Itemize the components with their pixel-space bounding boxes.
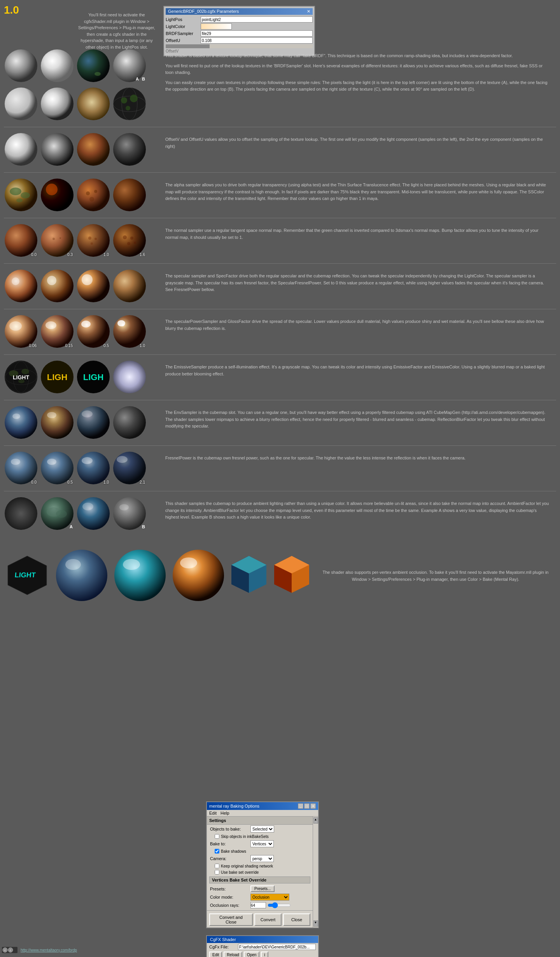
open-button[interactable]: Open	[244, 952, 259, 957]
svg-point-99	[114, 550, 166, 601]
sphere-ambient-1	[4, 496, 38, 531]
spheres-env	[4, 405, 159, 440]
bake-to-label: Bake to:	[210, 841, 249, 846]
svg-point-48	[77, 270, 110, 302]
object-teal-sphere	[113, 548, 167, 604]
sphere-alpha-1	[4, 178, 38, 212]
menu-edit[interactable]: Edit	[209, 811, 217, 815]
mr-scrollbar[interactable]: ▲ ▼	[313, 817, 318, 927]
spheres-specular-power: 0.06	[4, 314, 159, 349]
svg-point-79	[5, 452, 37, 484]
cgfx-panel-close[interactable]: ✕	[307, 9, 310, 14]
sphere-alpha-4	[112, 178, 147, 212]
sphere-spec-2	[40, 269, 74, 303]
normal-label-2: 0.3	[67, 252, 73, 257]
skip-label: Skip objects in inkBakeSets	[221, 834, 269, 839]
svg-point-77	[82, 410, 93, 417]
svg-point-21	[10, 188, 21, 195]
reload-button[interactable]: Reload	[224, 952, 242, 957]
sphere-ambient-4: B	[112, 496, 147, 531]
minimize-button[interactable]: _	[298, 803, 303, 809]
maximize-button[interactable]: □	[304, 803, 310, 809]
svg-point-27	[86, 191, 90, 195]
large-objects-caption: The shader also supports per-vertex ambi…	[315, 565, 556, 587]
svg-point-14	[130, 95, 138, 102]
lightcolor-swatch[interactable]	[201, 23, 232, 30]
sphere-2	[40, 49, 74, 83]
svg-point-72	[5, 406, 37, 439]
section-fresnel: 0.0 0.5	[0, 449, 560, 487]
svg-point-49	[82, 274, 93, 285]
bake-to-select[interactable]: Vertices	[250, 840, 274, 847]
sphere-normal-2: 0.3	[40, 223, 74, 258]
footer-url[interactable]: http://www.mentaltaory.com/brdp	[21, 948, 77, 952]
menu-help[interactable]: Help	[220, 811, 229, 815]
spheres-specular	[4, 269, 159, 303]
svg-point-92	[82, 503, 93, 510]
occlusion-rays-input[interactable]	[250, 902, 266, 908]
version-badge: 1.0	[4, 4, 19, 16]
svg-point-25	[46, 184, 58, 195]
spheres-offset	[4, 132, 159, 167]
convert-button[interactable]: Convert	[254, 913, 282, 926]
svg-point-23	[16, 198, 23, 202]
use-bake-set-label: Use bake set override	[221, 870, 259, 875]
brdfsampler-input[interactable]	[201, 30, 313, 37]
skip-checkbox[interactable]	[215, 834, 219, 839]
svg-point-26	[77, 179, 110, 211]
svg-point-73	[12, 414, 20, 419]
camera-select[interactable]: persp	[250, 855, 274, 862]
sphere-normal-3: 1.0	[76, 223, 110, 258]
mr-titlebar-btns: _ □ ✕	[298, 803, 316, 809]
svg-point-54	[46, 321, 56, 329]
sphere-env-1	[4, 405, 38, 440]
svg-point-64	[21, 369, 29, 374]
desc-specular: The specular sampler and SpecFactor driv…	[159, 269, 556, 300]
svg-point-90	[56, 510, 67, 518]
object-orange-cube	[272, 554, 311, 598]
convert-close-button[interactable]: Convert and Close	[209, 913, 253, 926]
svg-point-93	[113, 497, 146, 530]
color-mode-label: Color mode:	[210, 895, 249, 899]
svg-text:LIGH: LIGH	[83, 372, 104, 382]
svg-point-28	[94, 190, 97, 193]
sphere-alpha-2	[40, 178, 74, 212]
svg-point-3	[94, 72, 101, 76]
cgfx-file-input[interactable]	[238, 944, 316, 950]
close-button[interactable]: Close	[283, 913, 310, 926]
object-teal-cube	[229, 554, 268, 598]
edit-button[interactable]: Edit	[209, 952, 222, 957]
sphere-env-2	[40, 405, 74, 440]
close-window-button[interactable]: ✕	[310, 803, 316, 809]
sphere-fresnel-2: 0.5	[40, 451, 74, 485]
sphere-fresnel-1: 0.0	[4, 451, 38, 485]
spheres-alpha	[4, 178, 159, 212]
svg-point-91	[77, 497, 110, 530]
objects-to-bake-select[interactable]: Selected	[250, 826, 274, 833]
footer: c c http://www.mentaltaory.com/brdp	[2, 947, 77, 953]
bake-shadows-checkbox[interactable]	[215, 849, 219, 854]
svg-point-75	[47, 412, 56, 418]
svg-text:c: c	[4, 949, 6, 952]
lightpos-input[interactable]	[201, 16, 313, 23]
keep-original-checkbox[interactable]	[215, 864, 219, 868]
info-button[interactable]: i	[261, 952, 268, 957]
sphere-3	[76, 49, 110, 83]
svg-point-8	[77, 88, 110, 120]
color-mode-select[interactable]: Occlusion	[250, 894, 289, 901]
sphere-emissive-1: LIGHT	[4, 360, 38, 394]
svg-point-98	[65, 559, 81, 570]
section-normal: 0.0	[0, 221, 560, 259]
svg-point-43	[134, 242, 136, 244]
use-bake-set-checkbox[interactable]	[215, 870, 219, 875]
occlusion-rays-slider[interactable]	[268, 903, 291, 908]
presets-button[interactable]: Presets...	[250, 885, 275, 892]
svg-point-2	[77, 49, 110, 82]
object-landscape-sphere	[54, 548, 109, 604]
svg-point-36	[88, 237, 91, 240]
section-specular: The specular sampler and SpecFactor driv…	[0, 267, 560, 305]
svg-point-22	[21, 192, 30, 198]
svg-point-87	[5, 497, 37, 530]
desc-ambient: This shader samples the cubemap to produ…	[159, 496, 556, 528]
svg-point-71	[113, 361, 146, 393]
